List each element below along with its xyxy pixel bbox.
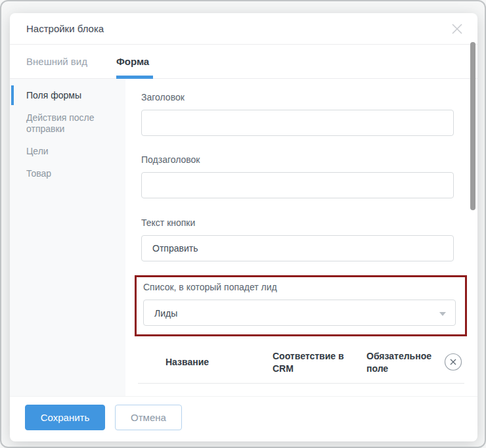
save-button[interactable]: Сохранить (25, 405, 105, 430)
fields-table-header: Название Соответствие в CRM Обязательное… (141, 347, 468, 378)
tab-bar: Внешний вид Форма (10, 45, 477, 79)
column-header-required-field: Обязательное поле (366, 350, 447, 375)
lead-list-label: Список, в который попадет лид (143, 282, 465, 292)
sidebar-item-goals[interactable]: Цели (26, 146, 108, 157)
field-group-title: Заголовок (141, 92, 454, 136)
active-item-indicator (11, 85, 14, 105)
title-field-label: Заголовок (141, 92, 454, 102)
sidebar-list: Поля формы Действия после отправки Цели … (10, 79, 125, 179)
lead-list-highlight-annotation: Список, в который попадет лид Лиды (135, 275, 467, 336)
sidebar-item-form-fields[interactable]: Поля формы (26, 90, 108, 101)
lead-list-select[interactable]: Лиды (143, 300, 456, 326)
button-text-input[interactable] (141, 235, 454, 261)
tab-appearance[interactable]: Внешний вид (26, 45, 87, 79)
field-group-button-text: Текст кнопки (141, 217, 454, 261)
button-text-field-label: Текст кнопки (141, 217, 454, 228)
modal-title: Настройки блока (26, 13, 104, 45)
sidebar-item-product[interactable]: Товар (26, 168, 108, 179)
scrollbar-thumb[interactable] (470, 42, 475, 210)
close-icon[interactable] (450, 22, 464, 36)
column-header-name: Название (166, 356, 209, 369)
sidebar-item-after-submit-actions[interactable]: Действия после отправки (26, 112, 108, 135)
modal-header: Настройки блока (10, 13, 477, 45)
table-header-divider (138, 383, 464, 384)
field-group-subtitle: Подзаголовок (141, 154, 454, 198)
lead-list-selected-value: Лиды (154, 300, 177, 326)
subtitle-field-label: Подзаголовок (141, 154, 454, 165)
cancel-button[interactable]: Отмена (115, 405, 182, 430)
settings-sidebar: Поля формы Действия после отправки Цели … (10, 79, 125, 396)
tab-form[interactable]: Форма (116, 45, 149, 79)
circle-x-icon[interactable] (444, 353, 462, 371)
column-header-crm-match: Соответствие в CRM (273, 350, 364, 375)
footer-divider (10, 396, 477, 397)
chevron-down-icon (439, 312, 446, 316)
block-settings-modal: Настройки блока Внешний вид Форма Поля ф… (10, 13, 477, 441)
title-input[interactable] (141, 110, 454, 136)
subtitle-input[interactable] (141, 172, 454, 198)
